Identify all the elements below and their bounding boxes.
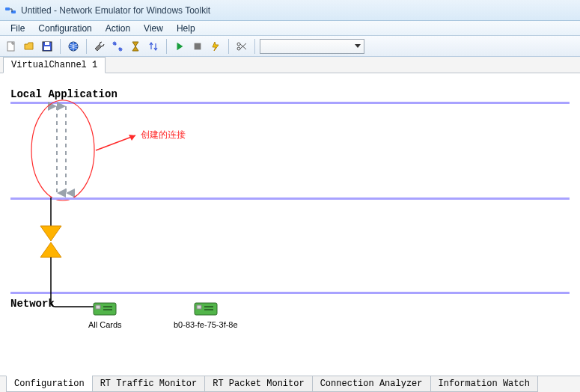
menu-configuration[interactable]: Configuration xyxy=(32,22,97,35)
nic-item-all-cards[interactable]: All Cards xyxy=(88,301,122,329)
svg-rect-9 xyxy=(195,43,201,49)
network-label: Network xyxy=(10,298,55,310)
new-file-button[interactable] xyxy=(3,38,19,55)
annotation-text: 创建的连接 xyxy=(141,129,186,141)
app-icon xyxy=(4,4,16,16)
svg-line-15 xyxy=(96,135,135,150)
tab-virtualchannel[interactable]: VirtualChannel 1 xyxy=(3,57,106,73)
scissors-button[interactable] xyxy=(233,38,250,55)
wrench-button[interactable] xyxy=(91,38,108,55)
svg-point-14 xyxy=(31,100,94,200)
svg-rect-4 xyxy=(45,42,49,45)
nic-label: b0-83-fe-75-3f-8e xyxy=(174,320,238,329)
svg-point-10 xyxy=(237,43,240,46)
tab-rt-traffic-monitor[interactable]: RT Traffic Monitor xyxy=(92,376,206,392)
toolbar xyxy=(0,36,580,57)
menu-action[interactable]: Action xyxy=(100,22,136,35)
svg-rect-5 xyxy=(44,46,50,50)
nic-label: All Cards xyxy=(88,320,122,329)
annotation-shapes-icon xyxy=(27,94,147,206)
chevron-down-icon xyxy=(355,44,361,48)
menubar: File Configuration Action View Help xyxy=(0,21,580,36)
svg-rect-19 xyxy=(96,305,100,309)
mid-rule-1 xyxy=(10,197,570,200)
bolt-button[interactable] xyxy=(207,38,224,55)
svg-rect-25 xyxy=(204,309,213,310)
open-file-button[interactable] xyxy=(21,38,37,55)
link-filter-button[interactable] xyxy=(109,38,126,55)
menu-help[interactable]: Help xyxy=(171,22,201,35)
toolbar-separator xyxy=(254,39,255,54)
svg-point-11 xyxy=(237,47,240,50)
tab-rt-packet-monitor[interactable]: RT Packet Monitor xyxy=(204,376,312,392)
globe-button[interactable] xyxy=(65,38,82,55)
hourglass-button[interactable] xyxy=(127,38,144,55)
top-tabstrip: VirtualChannel 1 xyxy=(0,57,580,73)
toolbar-separator xyxy=(228,39,229,54)
arrows-updown-button[interactable] xyxy=(145,38,162,55)
menu-file[interactable]: File xyxy=(4,22,31,35)
toolbar-separator xyxy=(166,39,167,54)
tab-information-watch[interactable]: Information Watch xyxy=(430,376,538,392)
nic-icon xyxy=(93,301,117,317)
svg-rect-24 xyxy=(204,306,213,307)
nic-item-mac[interactable]: b0-83-fe-75-3f-8e xyxy=(174,301,238,329)
bottom-tabstrip: Configuration RT Traffic Monitor RT Pack… xyxy=(0,376,580,392)
stop-button[interactable] xyxy=(189,38,206,55)
tab-connection-analyzer[interactable]: Connection Analyzer xyxy=(312,376,431,392)
svg-rect-21 xyxy=(103,309,112,310)
canvas-area: Local Application 创建的连接 Network xyxy=(0,73,580,373)
svg-rect-20 xyxy=(103,306,112,307)
toolbar-combo[interactable] xyxy=(260,39,364,54)
nic-icon xyxy=(194,301,218,317)
filter-shape-icon xyxy=(36,197,66,293)
save-file-button[interactable] xyxy=(39,38,55,55)
menu-view[interactable]: View xyxy=(138,22,169,35)
toolbar-separator xyxy=(60,39,61,54)
toolbar-separator xyxy=(86,39,87,54)
svg-rect-23 xyxy=(197,305,201,309)
play-button[interactable] xyxy=(171,38,188,55)
window-title: Untitled - Network Emulator for Windows … xyxy=(21,5,210,16)
svg-rect-0 xyxy=(5,7,10,10)
titlebar: Untitled - Network Emulator for Windows … xyxy=(0,0,580,21)
tab-configuration[interactable]: Configuration xyxy=(6,376,93,392)
